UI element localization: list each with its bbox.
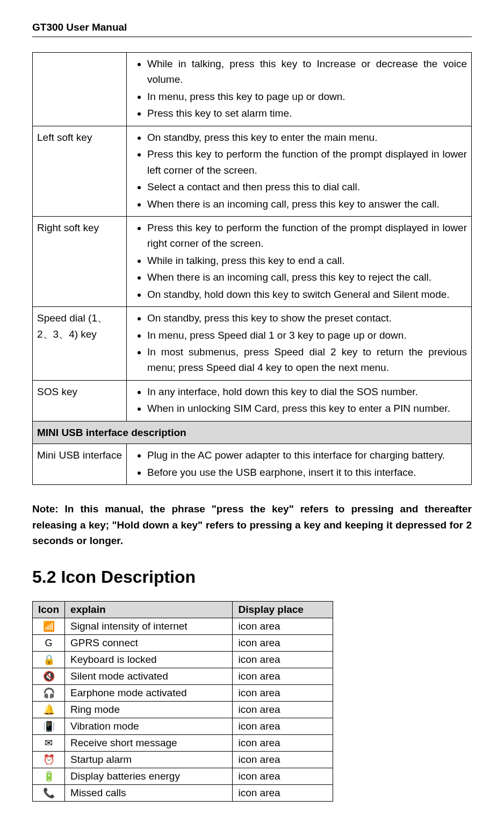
key-desc-item: On standby, hold down this key to switch… bbox=[147, 287, 467, 302]
key-desc-cell: In any interface, hold down this key to … bbox=[127, 380, 472, 421]
icon-description-table: Icon explain Display place 📶Signal inten… bbox=[32, 601, 333, 802]
section-5-2-heading: 5.2 Icon Description bbox=[32, 567, 472, 587]
icon-place-cell: icon area bbox=[233, 768, 333, 785]
key-desc-item: On standby, press this key to show the p… bbox=[147, 310, 467, 326]
key-name-cell bbox=[33, 53, 127, 126]
table-row: 📳Vibration modeicon area bbox=[33, 718, 333, 735]
key-desc-item: In any interface, hold down this key to … bbox=[147, 384, 467, 399]
table-row: 🔋Display batteries energyicon area bbox=[33, 768, 333, 785]
icon-explain-cell: Signal intensity of internet bbox=[65, 618, 233, 635]
table-row: 🎧Earphone mode activatedicon area bbox=[33, 685, 333, 702]
doc-header-title: GT300 User Manual bbox=[32, 22, 472, 33]
table-row: 🔔Ring modeicon area bbox=[33, 702, 333, 718]
icon-explain-cell: Vibration mode bbox=[65, 718, 233, 735]
icon-place-cell: icon area bbox=[233, 718, 333, 735]
table-row: Right soft keyPress this key to perform … bbox=[33, 216, 472, 306]
icon-place-cell: icon area bbox=[233, 668, 333, 685]
vibration-icon: 📳 bbox=[33, 718, 65, 735]
missed-call-icon: 📞 bbox=[33, 785, 65, 802]
key-name-cell: Mini USB interface bbox=[33, 444, 127, 485]
silent-icon: 🔇 bbox=[33, 668, 65, 685]
signal-icon: 📶 bbox=[33, 618, 65, 635]
key-desc-item: Press this key to perform the function o… bbox=[147, 220, 467, 252]
battery-icon: 🔋 bbox=[33, 768, 65, 785]
key-name-cell: Left soft key bbox=[33, 126, 127, 216]
key-desc-item: Select a contact and then press this to … bbox=[147, 179, 467, 195]
key-desc-item: Press this key to set alarm time. bbox=[147, 105, 467, 121]
key-desc-cell: On standby, press this key to enter the … bbox=[127, 126, 472, 216]
key-desc-item: In menu, press this key to page up or do… bbox=[147, 89, 467, 104]
table-row: 📶Signal intensity of interneticon area bbox=[33, 618, 333, 635]
icon-place-cell: icon area bbox=[233, 685, 333, 702]
key-desc-item: Plug in the AC power adapter to this int… bbox=[147, 447, 467, 463]
icon-explain-cell: Keyboard is locked bbox=[65, 652, 233, 668]
icon-explain-cell: Receive short message bbox=[65, 735, 233, 752]
key-desc-cell: Press this key to perform the function o… bbox=[127, 216, 472, 306]
table-row: Speed dial (1、2、3、4) keyOn standby, pres… bbox=[33, 307, 472, 381]
lock-icon: 🔒 bbox=[33, 652, 65, 668]
key-desc-item: While in talking, press this key to Incr… bbox=[147, 56, 467, 88]
table-row: 🔒Keyboard is lockedicon area bbox=[33, 652, 333, 668]
usb-section-header: MINI USB interface description bbox=[33, 421, 472, 444]
sms-icon: ✉ bbox=[33, 735, 65, 752]
explain-col-header: explain bbox=[65, 602, 233, 618]
table-row: ⏰Startup alarmicon area bbox=[33, 752, 333, 768]
place-col-header: Display place bbox=[233, 602, 333, 618]
header-rule bbox=[32, 37, 472, 37]
ring-icon: 🔔 bbox=[33, 702, 65, 718]
icon-explain-cell: Startup alarm bbox=[65, 752, 233, 768]
key-desc-item: Press this key to perform the function o… bbox=[147, 146, 467, 178]
icon-place-cell: icon area bbox=[233, 752, 333, 768]
key-name-cell: Speed dial (1、2、3、4) key bbox=[33, 307, 127, 381]
icon-place-cell: icon area bbox=[233, 618, 333, 635]
icon-col-header: Icon bbox=[33, 602, 65, 618]
icon-place-cell: icon area bbox=[233, 735, 333, 752]
alarm-icon: ⏰ bbox=[33, 752, 65, 768]
icon-explain-cell: Silent mode activated bbox=[65, 668, 233, 685]
table-row: GGPRS connecticon area bbox=[33, 635, 333, 652]
key-desc-item: When in unlocking SIM Card, press this k… bbox=[147, 401, 467, 416]
table-row: ✉Receive short messageicon area bbox=[33, 735, 333, 752]
table-row: SOS keyIn any interface, hold down this … bbox=[33, 380, 472, 421]
icon-explain-cell: Display batteries energy bbox=[65, 768, 233, 785]
icon-place-cell: icon area bbox=[233, 702, 333, 718]
key-desc-item: When there is an incoming call, press th… bbox=[147, 269, 467, 285]
gprs-icon: G bbox=[33, 635, 65, 652]
key-desc-cell: On standby, press this key to show the p… bbox=[127, 307, 472, 381]
table-row: 📞Missed callsicon area bbox=[33, 785, 333, 802]
icon-explain-cell: Ring mode bbox=[65, 702, 233, 718]
earphone-icon: 🎧 bbox=[33, 685, 65, 702]
key-desc-item: In most submenus, press Speed dial 2 key… bbox=[147, 344, 467, 376]
table-row: 🔇Silent mode activatedicon area bbox=[33, 668, 333, 685]
table-row: Mini USB interfacePlug in the AC power a… bbox=[33, 444, 472, 485]
icon-place-cell: icon area bbox=[233, 652, 333, 668]
icon-place-cell: icon area bbox=[233, 635, 333, 652]
key-desc-item: Before you use the USB earphone, insert … bbox=[147, 465, 467, 480]
key-name-cell: Right soft key bbox=[33, 216, 127, 306]
key-desc-item: When there is an incoming call, press th… bbox=[147, 196, 467, 212]
icon-place-cell: icon area bbox=[233, 785, 333, 802]
key-description-table: While in talking, press this key to Incr… bbox=[32, 52, 472, 485]
key-desc-item: On standby, press this key to enter the … bbox=[147, 130, 467, 145]
key-desc-item: In menu, press Speed dial 1 or 3 key to … bbox=[147, 327, 467, 343]
icon-explain-cell: Missed calls bbox=[65, 785, 233, 802]
key-desc-item: While in talking, press this key to end … bbox=[147, 253, 467, 268]
table-row: Left soft keyOn standby, press this key … bbox=[33, 126, 472, 216]
key-desc-cell: While in talking, press this key to Incr… bbox=[127, 53, 472, 126]
key-desc-cell: Plug in the AC power adapter to this int… bbox=[127, 444, 472, 485]
table-row: While in talking, press this key to Incr… bbox=[33, 53, 472, 126]
icon-explain-cell: Earphone mode activated bbox=[65, 685, 233, 702]
icon-explain-cell: GPRS connect bbox=[65, 635, 233, 652]
key-name-cell: SOS key bbox=[33, 380, 127, 421]
note-paragraph: Note: In this manual, the phrase "press … bbox=[32, 501, 472, 548]
